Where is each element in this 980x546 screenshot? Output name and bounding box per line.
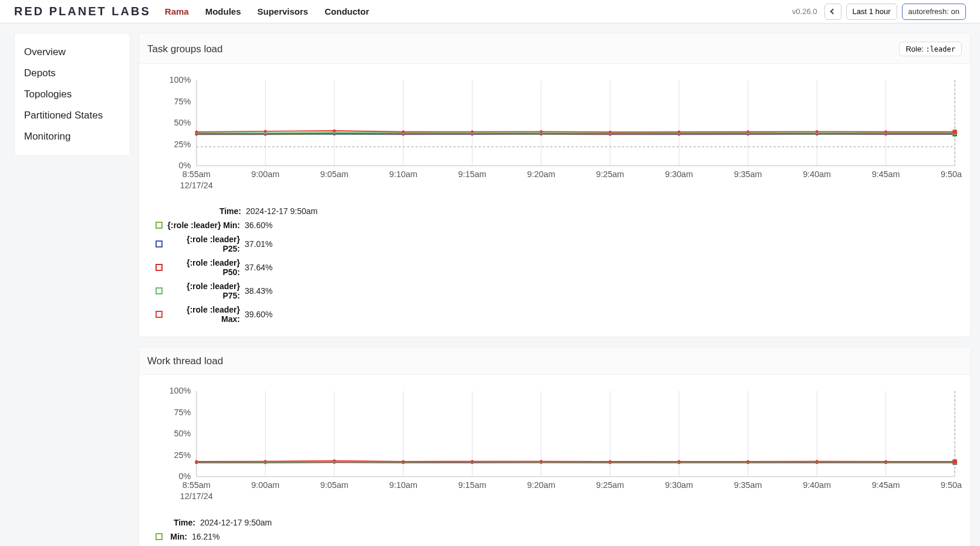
sidebar-item-depots[interactable]: Depots <box>24 63 120 84</box>
svg-text:9:10am: 9:10am <box>389 480 417 490</box>
legend-label: {:role :leader} P50: <box>167 258 240 277</box>
legend-swatch-icon <box>156 240 163 247</box>
svg-text:75%: 75% <box>174 97 191 106</box>
panel-header: Work thread load <box>139 347 970 375</box>
sidebar-item-partitioned-states[interactable]: Partitioned States <box>24 105 120 126</box>
nav-modules[interactable]: Modules <box>205 6 241 16</box>
legend-item: {:role :leader} P25:37.01% <box>156 232 962 256</box>
svg-text:9:35am: 9:35am <box>734 169 762 179</box>
main-content: Task groups load Role: :leader 8:55am12/… <box>138 33 971 546</box>
app-header: RED PLANET LABS Rama Modules Supervisors… <box>0 0 980 23</box>
nav-conductor[interactable]: Conductor <box>325 6 369 16</box>
svg-text:9:45am: 9:45am <box>872 480 900 490</box>
svg-text:0%: 0% <box>178 161 191 170</box>
role-filter-button[interactable]: Role: :leader <box>899 42 962 56</box>
legend-task-groups-load: Time: 2024-12-17 9:50am {:role :leader} … <box>147 204 962 326</box>
time-label: Time: <box>168 206 241 216</box>
svg-text:9:45am: 9:45am <box>872 169 900 179</box>
svg-text:12/17/24: 12/17/24 <box>180 181 213 190</box>
svg-text:9:30am: 9:30am <box>665 480 693 490</box>
svg-point-193 <box>816 460 819 463</box>
role-value: :leader <box>925 45 955 53</box>
legend-swatch-icon <box>156 264 163 271</box>
legend-swatch-icon <box>156 287 163 294</box>
panel-work-thread-load: Work thread load 8:55am12/17/249:00am9:0… <box>138 347 971 546</box>
svg-point-192 <box>746 460 749 463</box>
legend-value: 16.21% <box>192 532 219 541</box>
legend-item: {:role :leader} P75:38.43% <box>156 279 962 303</box>
svg-text:9:00am: 9:00am <box>251 480 279 490</box>
svg-text:9:40am: 9:40am <box>803 480 831 490</box>
legend-item: P25:16.24% <box>156 544 962 546</box>
svg-text:9:25am: 9:25am <box>596 480 624 490</box>
svg-text:50%: 50% <box>174 118 191 127</box>
time-range-button[interactable]: Last 1 hour <box>846 4 897 20</box>
svg-text:8:55am: 8:55am <box>183 480 211 490</box>
legend-item: {:role :leader} P50:37.64% <box>156 256 962 279</box>
svg-rect-196 <box>952 460 957 464</box>
svg-text:100%: 100% <box>169 386 191 396</box>
logo: RED PLANET LABS <box>14 5 151 18</box>
sidebar-item-overview[interactable]: Overview <box>24 42 120 63</box>
sidebar-item-monitoring[interactable]: Monitoring <box>24 126 120 147</box>
panel-title: Task groups load <box>147 43 223 55</box>
svg-text:9:05am: 9:05am <box>320 169 349 179</box>
svg-text:9:15am: 9:15am <box>458 480 486 490</box>
panel-task-groups-load: Task groups load Role: :leader 8:55am12/… <box>138 33 971 337</box>
legend-swatch-icon <box>156 311 163 318</box>
legend-item: Min:16.21% <box>156 530 962 544</box>
svg-text:50%: 50% <box>174 429 191 439</box>
svg-text:75%: 75% <box>174 408 191 417</box>
svg-point-88 <box>333 130 336 133</box>
svg-point-90 <box>471 130 474 133</box>
legend-swatch-icon <box>156 222 163 229</box>
svg-text:9:25am: 9:25am <box>596 169 624 179</box>
svg-point-93 <box>678 130 681 133</box>
sidebar: Overview Depots Topologies Partitioned S… <box>14 33 130 156</box>
legend-label: {:role :leader} Min: <box>167 221 240 230</box>
svg-point-185 <box>264 460 267 463</box>
panel-header: Task groups load Role: :leader <box>139 33 970 64</box>
svg-text:9:20am: 9:20am <box>527 480 555 490</box>
svg-text:9:50am: 9:50am <box>941 480 962 490</box>
svg-text:8:55am: 8:55am <box>183 169 211 179</box>
svg-text:25%: 25% <box>174 450 191 460</box>
svg-point-91 <box>540 130 543 133</box>
sidebar-item-topologies[interactable]: Topologies <box>24 84 120 105</box>
svg-point-95 <box>816 130 819 133</box>
svg-text:9:50am: 9:50am <box>941 169 962 179</box>
svg-text:9:00am: 9:00am <box>251 169 279 179</box>
svg-text:9:30am: 9:30am <box>665 169 693 179</box>
header-controls: v0.26.0 Last 1 hour autorefresh: on <box>792 4 966 20</box>
legend-label: Min: <box>167 532 187 541</box>
legend-label: {:role :leader} P25: <box>167 235 240 253</box>
nav-rama[interactable]: Rama <box>165 6 189 16</box>
svg-point-92 <box>609 131 611 134</box>
svg-text:100%: 100% <box>169 75 191 84</box>
legend-value: 38.43% <box>245 286 272 296</box>
legend-label: {:role :leader} P75: <box>167 282 240 300</box>
svg-text:9:40am: 9:40am <box>803 169 831 179</box>
chart-task-groups-load: 8:55am12/17/249:00am9:05am9:10am9:15am9:… <box>147 74 962 194</box>
legend-item: {:role :leader} Min:36.60% <box>156 218 962 232</box>
chart-work-thread-load: 8:55am12/17/249:00am9:05am9:10am9:15am9:… <box>147 385 962 504</box>
svg-text:12/17/24: 12/17/24 <box>180 491 213 501</box>
svg-point-94 <box>746 130 749 133</box>
legend-value: 37.64% <box>245 263 272 272</box>
svg-point-190 <box>609 460 611 463</box>
time-value: 2024-12-17 9:50am <box>200 518 272 527</box>
legend-value: 36.60% <box>245 221 272 230</box>
svg-point-86 <box>195 130 198 133</box>
nav-supervisors[interactable]: Supervisors <box>258 6 309 16</box>
legend-swatch-icon <box>156 533 163 540</box>
main-nav: Rama Modules Supervisors Conductor <box>165 6 369 16</box>
legend-work-thread-load: Time: 2024-12-17 9:50am Min:16.21%P25:16… <box>147 516 962 546</box>
legend-label: {:role :leader} Max: <box>167 305 240 324</box>
prev-range-button[interactable] <box>824 4 842 20</box>
version-label: v0.26.0 <box>792 7 817 16</box>
svg-point-96 <box>884 130 887 133</box>
legend-value: 37.01% <box>245 239 272 249</box>
panel-title: Work thread load <box>147 355 223 367</box>
svg-text:9:20am: 9:20am <box>527 169 555 179</box>
autorefresh-toggle[interactable]: autorefresh: on <box>902 4 966 20</box>
